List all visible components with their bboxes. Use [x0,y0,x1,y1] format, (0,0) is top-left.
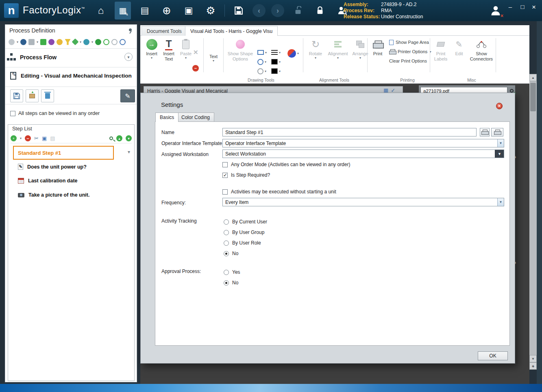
pdf-search-icon[interactable] [510,89,514,93]
user-icon[interactable] [57,39,63,45]
fill-color-tool[interactable]: ▾ [271,67,281,75]
import-button[interactable] [26,89,39,102]
frequency-combobox[interactable]: Every Item ▼ [222,198,504,206]
process-flow-icon[interactable] [40,39,46,45]
name-print-button[interactable] [491,128,503,136]
save-icon[interactable] [231,2,247,19]
scroll-down-icon[interactable]: ▼ [529,355,537,362]
alignment-button[interactable]: Alignment▾ [327,37,349,65]
operator-interface-combobox[interactable]: Operator Interface Template ▼ [222,139,504,147]
any-order-checkbox[interactable] [222,162,228,167]
view-order-checkbox-row[interactable]: All steps can be viewed in any order [10,110,100,116]
publish-icon[interactable] [95,39,101,45]
show-shape-options-button[interactable]: Show ShapeOptions [225,37,256,65]
forward-icon[interactable]: › [271,4,284,17]
step-item[interactable]: Last calibration date [18,178,78,184]
remove-icon[interactable]: − [192,65,199,71]
scrollbar-thumb[interactable] [530,83,536,111]
minimize-button[interactable]: – [505,3,516,10]
edit-mode-button[interactable]: ✎ [120,89,135,102]
ellipse-tool[interactable]: ▾ [257,58,266,65]
tab-color-coding[interactable]: Color Coding [177,113,214,121]
dropdown-caret[interactable]: ▾ [20,136,22,140]
print-labels-button[interactable]: PrintLabels [431,37,450,65]
radio-icon[interactable] [224,270,229,275]
step-item[interactable]: Take a picture of the unit. [18,192,89,198]
workstation-combobox[interactable]: Select Workstation ▼ [222,149,504,158]
copy-icon[interactable]: ▣ [42,136,47,141]
scroll-up-icon[interactable]: ▲ [529,74,537,81]
pin-icon[interactable] [128,28,133,32]
text-dropdown-button[interactable]: Text▾ [205,37,222,65]
document-library-icon[interactable]: ▤ [137,2,153,19]
tab-basics[interactable]: Basics [155,113,178,122]
radio-icon[interactable] [224,219,229,225]
close-button[interactable]: × [529,3,539,11]
radio-icon[interactable] [224,251,229,256]
process-editor-icon[interactable]: ▦✎ [115,2,131,19]
radio-approval-yes[interactable]: Yes [224,269,240,275]
dialog-close-icon[interactable]: ✕ [496,103,503,109]
delete-button[interactable] [41,89,54,102]
remove-step-icon[interactable]: − [25,135,31,141]
printer-options-button[interactable]: Printer Options▾ [389,48,431,55]
show-connectors-button[interactable]: ShowConnectors [468,37,495,65]
show-page-area-button[interactable]: Show Page Area [389,39,429,45]
collapse-all-icon[interactable]: ▾ [126,135,132,141]
combo-arrow-icon[interactable]: ▼ [497,198,504,206]
stop-icon[interactable] [111,39,118,45]
step-item[interactable]: Does the unit power up? [18,164,87,170]
vertical-scrollbar[interactable]: ▲ ▼ ◈ [529,74,537,370]
print-icon[interactable] [28,39,35,45]
validate-icon[interactable] [103,39,109,45]
print-button[interactable]: Print [369,37,387,65]
navigate-icon[interactable]: ⊕ [159,2,175,19]
cut-icon[interactable]: ✂ [34,136,39,141]
tab-visual-aid-tools[interactable]: Visual Aid Tools - Harris - Goggle Visu [185,26,278,36]
chevron-down-icon[interactable]: ▾ [128,149,130,155]
unlock-icon[interactable] [290,2,306,19]
delete-shape-icon[interactable]: ✕ [193,49,198,56]
edit-button[interactable]: ✎ Edit [451,37,467,65]
sphere-tool[interactable]: ▾ [287,50,299,57]
lock-icon[interactable] [312,2,328,19]
pan-handle-icon[interactable]: ◈ [529,362,537,370]
compare-users-icon[interactable] [48,39,54,45]
paste-button[interactable]: Paste▾ [178,37,194,65]
radio-icon[interactable] [224,240,229,246]
rotate-button[interactable]: ↻ Rotate▾ [306,37,325,65]
reports-icon[interactable]: ▣ [181,2,197,19]
settings-gear-icon[interactable]: ⚙ [202,2,219,19]
insert-button[interactable]: → Insert▾ [144,37,160,65]
dropdown-caret[interactable]: ▾ [91,40,93,44]
circle-tool[interactable]: ▾ [257,67,266,75]
step-required-checkbox[interactable] [222,173,228,178]
radio-by-user-role[interactable]: By User Role [224,240,261,246]
home-icon[interactable]: ⌂ [93,2,109,19]
step-item-selected[interactable]: Standard Step #1 [13,146,114,160]
dropdown-caret[interactable]: ▾ [37,40,38,44]
add-step-icon[interactable]: + [11,135,17,141]
tab-document-tools[interactable]: Document Tools [141,26,187,36]
user-session-icon[interactable]: × [490,5,501,18]
view-order-checkbox[interactable] [10,111,15,116]
add-process-icon[interactable] [9,39,15,45]
rectangle-tool[interactable]: ▾ [257,49,267,56]
expand-all-icon[interactable]: ▴ [116,135,122,141]
name-lookup-button[interactable] [480,128,490,136]
any-order-checkbox-row[interactable]: Any Order Mode (Activities can be viewed… [222,162,350,167]
combo-arrow-icon[interactable]: ▼ [497,139,504,147]
filter-icon[interactable] [65,39,71,45]
line-style-tool[interactable]: ▾ [271,49,281,56]
back-icon[interactable]: ‹ [252,4,266,17]
transfer-icon[interactable] [72,39,79,45]
step-required-checkbox-row[interactable]: Is Step Required? [222,172,270,178]
radio-by-current-user[interactable]: By Current User [224,219,267,225]
activities-checkbox[interactable] [222,189,228,195]
activities-checkbox-row[interactable]: Activities may be executed without start… [222,189,336,195]
maximize-button[interactable]: □ [517,3,528,10]
process-flow-row[interactable]: Process Flow ▾ [5,51,137,65]
dropdown-caret[interactable]: ▾ [17,40,18,44]
save-step-button[interactable] [10,89,23,102]
expand-circle-icon[interactable]: ▾ [124,53,133,61]
